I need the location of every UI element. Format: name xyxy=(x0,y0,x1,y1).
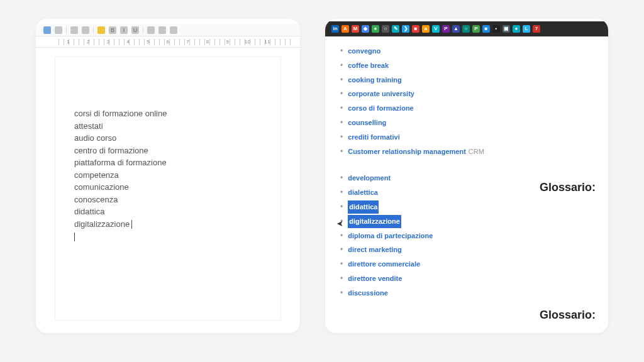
tab-favicon[interactable]: M xyxy=(352,25,359,33)
mouse-cursor-icon: ➤ xyxy=(336,219,343,228)
tab-favicon[interactable]: a xyxy=(422,25,430,33)
tab-favicon[interactable]: ▪ xyxy=(492,25,500,33)
glossary-link[interactable]: direttore vendite xyxy=(348,272,402,285)
text-cursor-icon xyxy=(131,220,132,229)
undo-icon[interactable] xyxy=(70,26,78,34)
tab-favicon[interactable]: L xyxy=(523,25,530,33)
glossary-item: crediti formativi xyxy=(340,130,593,145)
glossary-item: diploma di partecipazione xyxy=(340,229,593,243)
glossary-link[interactable]: digitalizzazione xyxy=(348,215,401,228)
document-line[interactable]: conoscenza xyxy=(74,194,262,206)
tab-favicon[interactable]: ■ xyxy=(412,25,419,33)
section-heading: Glossario: xyxy=(540,309,596,322)
glossary-link[interactable]: convegno xyxy=(348,45,380,58)
page-content: convegnocoffee breakcooking trainingcorp… xyxy=(325,36,608,333)
glossary-link[interactable]: direct marketing xyxy=(348,243,402,256)
bold-icon[interactable]: B xyxy=(109,26,116,34)
glossary-item: digitalizzazione xyxy=(340,214,593,229)
ruler-number: 1 xyxy=(58,39,79,45)
tab-favicon[interactable]: ✎ xyxy=(392,25,399,33)
export-icon[interactable] xyxy=(55,26,62,34)
ruler-number: 10 xyxy=(238,39,258,45)
browser-tab-bar[interactable]: inAM◆●○✎❯■aVP▲○P■▪▣●L7 xyxy=(325,21,608,36)
browser-window: inAM◆●○✎❯■aVP▲○P■▪▣●L7 convegnocoffee br… xyxy=(325,19,608,333)
tab-favicon[interactable]: in xyxy=(331,25,339,33)
glossary-link[interactable]: cooking training xyxy=(348,74,402,87)
ruler-number: 2 xyxy=(79,39,99,45)
tab-favicon[interactable]: ❯ xyxy=(402,25,409,33)
glossary-item: corporate university xyxy=(340,87,593,101)
tab-favicon[interactable]: ● xyxy=(513,25,520,33)
glossary-link[interactable]: diploma di partecipazione xyxy=(348,229,433,243)
document-line[interactable]: corsi di formazione online xyxy=(74,107,262,120)
tab-favicon[interactable]: 7 xyxy=(533,25,540,33)
align-right-icon[interactable] xyxy=(170,26,177,34)
tab-favicon[interactable]: ▲ xyxy=(452,25,460,33)
underline-icon[interactable]: U xyxy=(131,26,139,34)
tab-favicon[interactable]: ▣ xyxy=(502,25,510,33)
glossary-item: direttore vendite xyxy=(340,272,593,286)
tab-favicon[interactable]: P xyxy=(442,25,450,33)
glossary-link[interactable]: corso di formazione xyxy=(348,102,414,115)
glossary-item: direttore commerciale xyxy=(340,257,593,272)
toolbar-separator xyxy=(66,26,67,34)
document-line[interactable]: attestati xyxy=(74,120,262,133)
italic-icon[interactable]: I xyxy=(120,26,128,34)
document-line[interactable]: audio corso xyxy=(74,132,262,145)
align-center-icon[interactable] xyxy=(158,26,166,34)
glossary-link[interactable]: crediti formativi xyxy=(348,131,400,144)
glossary-link[interactable]: development xyxy=(348,172,391,185)
word-processor-toolbar: B I U xyxy=(36,24,300,36)
tab-favicon[interactable]: ○ xyxy=(382,25,389,33)
ruler-number: 3 xyxy=(98,39,118,45)
ruler-number: 4 xyxy=(118,39,138,45)
document-line[interactable]: digitalizzazione xyxy=(74,218,262,231)
glossary-item: Customer relationship managementCRM xyxy=(340,145,593,159)
tab-favicon[interactable]: A xyxy=(341,25,349,33)
glossary-suffix: CRM xyxy=(469,145,484,158)
section-heading: Glossario: xyxy=(540,181,596,194)
document-text: digitalizzazione xyxy=(74,219,130,229)
glossary-list-c: convegnocoffee breakcooking trainingcorp… xyxy=(340,44,593,158)
horizontal-ruler[interactable]: 1 2 3 4 5 6 7 8 9 10 11 xyxy=(36,36,300,48)
glossary-link[interactable]: coffee break xyxy=(348,59,389,72)
document-line[interactable]: didattica xyxy=(74,206,262,218)
glossary-link[interactable]: didattica xyxy=(348,200,379,214)
tab-favicon[interactable]: P xyxy=(472,25,480,33)
glossary-link[interactable]: dialettica xyxy=(348,186,378,199)
redo-icon[interactable] xyxy=(82,26,89,34)
ruler-number: 11 xyxy=(257,39,277,45)
word-processor-window: B I U 1 2 3 4 5 6 7 8 9 10 11 corsi di f… xyxy=(36,19,300,333)
toolbar-separator xyxy=(93,26,94,34)
glossary-item: discussione xyxy=(340,286,593,300)
caret-icon xyxy=(74,233,75,241)
tab-favicon[interactable]: ◆ xyxy=(362,25,369,33)
glossary-link[interactable]: discussione xyxy=(348,287,388,300)
ruler-number: 9 xyxy=(218,39,238,45)
document-line[interactable]: competenza xyxy=(74,169,262,182)
document-line[interactable]: centro di formazione xyxy=(74,145,262,157)
ruler-number: 7 xyxy=(178,39,198,45)
tab-favicon[interactable]: ● xyxy=(372,25,379,33)
tab-favicon[interactable]: ■ xyxy=(482,25,490,33)
glossary-item: counselling xyxy=(340,116,593,130)
tab-favicon[interactable]: V xyxy=(432,25,440,33)
format-paint-icon[interactable] xyxy=(97,26,105,34)
align-left-icon[interactable] xyxy=(147,26,155,34)
ruler-number: 8 xyxy=(197,39,218,45)
document-line[interactable]: comunicazione xyxy=(74,181,262,194)
save-icon[interactable] xyxy=(43,26,51,34)
glossary-item: coffee break xyxy=(340,58,593,73)
glossary-item: cooking training xyxy=(340,73,593,87)
ruler-number: 6 xyxy=(158,39,178,45)
glossary-link[interactable]: direttore commerciale xyxy=(348,258,420,271)
glossary-item: corso di formazione xyxy=(340,101,593,116)
glossary-link[interactable]: counselling xyxy=(348,116,386,129)
document-page[interactable]: corsi di formazione online attestati aud… xyxy=(55,57,281,321)
glossary-link[interactable]: corporate university xyxy=(348,87,414,101)
ruler-number: 5 xyxy=(138,39,158,45)
glossary-item: didattica xyxy=(340,200,593,214)
tab-favicon[interactable]: ○ xyxy=(462,25,470,33)
glossary-link[interactable]: Customer relationship management xyxy=(348,145,466,158)
document-line[interactable]: piattaforma di formazione xyxy=(74,156,262,169)
